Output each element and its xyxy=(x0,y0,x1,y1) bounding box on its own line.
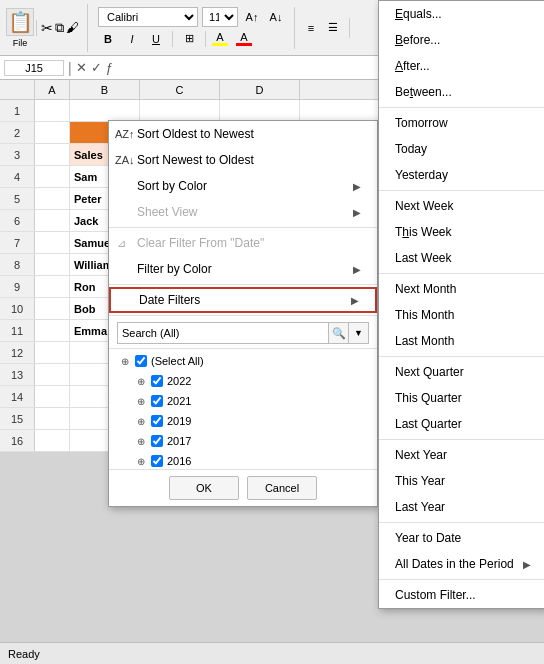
before-item[interactable]: Before... xyxy=(379,27,544,53)
decrease-font-button[interactable]: A↓ xyxy=(266,7,286,27)
expand-2022[interactable]: ⊕ xyxy=(137,376,145,387)
align-left-button[interactable]: ≡ xyxy=(301,18,321,38)
list-item[interactable]: ⊕ 2021 xyxy=(117,391,369,411)
sort-by-color-item[interactable]: Sort by Color ▶ xyxy=(109,173,377,199)
font-color-button[interactable]: A xyxy=(236,31,252,46)
ok-button[interactable]: OK xyxy=(169,476,239,500)
cancel-button[interactable]: Cancel xyxy=(247,476,317,500)
cell-11a[interactable] xyxy=(35,320,70,341)
list-item[interactable]: ⊕ 2022 xyxy=(117,371,369,391)
sort-newest-item[interactable]: ZA↓ Sort Newest to Oldest xyxy=(109,147,377,173)
this-week-item[interactable]: This Week xyxy=(379,219,544,245)
filter-by-color-item[interactable]: Filter by Color ▶ xyxy=(109,256,377,282)
last-year-item[interactable]: Last Year xyxy=(379,494,544,520)
this-month-item[interactable]: This Month xyxy=(379,302,544,328)
italic-button[interactable]: I xyxy=(122,29,142,49)
cell-9a[interactable] xyxy=(35,276,70,297)
yesterday-label: Yesterday xyxy=(395,168,448,182)
expand-formula-icon[interactable]: ✕ xyxy=(76,60,87,75)
confirm-formula-icon[interactable]: ✓ xyxy=(91,60,102,75)
increase-font-button[interactable]: A↑ xyxy=(242,7,262,27)
cell-3a[interactable] xyxy=(35,144,70,165)
cell-2a[interactable] xyxy=(35,122,70,143)
list-item[interactable]: ⊕ 2019 xyxy=(117,411,369,431)
cell-1c[interactable] xyxy=(140,100,220,121)
year-2017-checkbox[interactable] xyxy=(151,435,163,447)
font-name-selector[interactable]: Calibri xyxy=(98,7,198,27)
search-button[interactable]: 🔍 xyxy=(329,322,349,344)
sort-oldest-label: Sort Oldest to Newest xyxy=(137,127,254,141)
cell-14a[interactable] xyxy=(35,386,70,407)
next-quarter-item[interactable]: Next Quarter xyxy=(379,359,544,385)
underline-button[interactable]: U xyxy=(146,29,166,49)
after-item[interactable]: After... xyxy=(379,53,544,79)
cell-7a[interactable] xyxy=(35,232,70,253)
between-item[interactable]: Between... xyxy=(379,79,544,105)
row-number: 13 xyxy=(0,364,35,385)
all-dates-arrow: ▶ xyxy=(523,559,531,570)
cell-13a[interactable] xyxy=(35,364,70,385)
year-2016-checkbox[interactable] xyxy=(151,455,163,467)
this-year-item[interactable]: This Year xyxy=(379,468,544,494)
submenu-separator-2 xyxy=(379,190,544,191)
font-size-selector[interactable]: 11 xyxy=(202,7,238,27)
paste-button[interactable]: 📋 xyxy=(6,8,34,36)
cell-10a[interactable] xyxy=(35,298,70,319)
list-item[interactable]: ⊕ 2017 xyxy=(117,431,369,451)
search-dropdown-button[interactable]: ▼ xyxy=(349,322,369,344)
year-to-date-item[interactable]: Year to Date xyxy=(379,525,544,551)
expand-2017[interactable]: ⊕ xyxy=(137,436,145,447)
next-month-item[interactable]: Next Month xyxy=(379,276,544,302)
cell-8a[interactable] xyxy=(35,254,70,275)
today-item[interactable]: Today xyxy=(379,136,544,162)
sort-oldest-item[interactable]: AZ↑ Sort Oldest to Newest xyxy=(109,121,377,147)
format-painter-icon[interactable]: 🖌 xyxy=(66,20,79,35)
cell-1b[interactable] xyxy=(70,100,140,121)
tomorrow-item[interactable]: Tomorrow xyxy=(379,110,544,136)
borders-button[interactable]: ⊞ xyxy=(179,29,199,49)
yesterday-item[interactable]: Yesterday xyxy=(379,162,544,188)
cell-1d[interactable] xyxy=(220,100,300,121)
align-center-button[interactable]: ☰ xyxy=(323,18,343,38)
expand-select-all[interactable]: ⊕ xyxy=(121,356,129,367)
last-quarter-item[interactable]: Last Quarter xyxy=(379,411,544,437)
cell-15a[interactable] xyxy=(35,408,70,429)
cell-1a[interactable] xyxy=(35,100,70,121)
clear-filter-item[interactable]: ⊿ Clear Filter From "Date" xyxy=(109,230,377,256)
expand-2021[interactable]: ⊕ xyxy=(137,396,145,407)
today-label: Today xyxy=(395,142,427,156)
year-2021-checkbox[interactable] xyxy=(151,395,163,407)
select-all-checkbox[interactable] xyxy=(135,355,147,367)
expand-2019[interactable]: ⊕ xyxy=(137,416,145,427)
list-item[interactable]: ⊕ 2016 xyxy=(117,451,369,469)
insert-function-icon[interactable]: ƒ xyxy=(106,60,113,75)
copy-icon[interactable]: ⧉ xyxy=(55,20,64,36)
next-week-item[interactable]: Next Week xyxy=(379,193,544,219)
submenu-separator-6 xyxy=(379,522,544,523)
year-2022-checkbox[interactable] xyxy=(151,375,163,387)
this-quarter-item[interactable]: This Quarter xyxy=(379,385,544,411)
all-dates-item[interactable]: All Dates in the Period ▶ xyxy=(379,551,544,577)
next-year-item[interactable]: Next Year xyxy=(379,442,544,468)
cell-16a[interactable] xyxy=(35,430,70,451)
last-week-item[interactable]: Last Week xyxy=(379,245,544,271)
highlight-color-button[interactable]: A xyxy=(212,31,228,46)
sort-by-color-label: Sort by Color xyxy=(137,179,207,193)
equals-item[interactable]: Equals... xyxy=(379,1,544,27)
cell-4a[interactable] xyxy=(35,166,70,187)
last-month-item[interactable]: Last Month xyxy=(379,328,544,354)
this-quarter-label: This Quarter xyxy=(395,391,462,405)
date-filters-item[interactable]: Date Filters ▶ xyxy=(109,287,377,313)
cell-reference-box[interactable]: J15 xyxy=(4,60,64,76)
sheet-view-item[interactable]: Sheet View ▶ xyxy=(109,199,377,225)
year-2019-checkbox[interactable] xyxy=(151,415,163,427)
custom-filter-item[interactable]: Custom Filter... xyxy=(379,582,544,608)
bold-button[interactable]: B xyxy=(98,29,118,49)
scissors-icon[interactable]: ✂ xyxy=(41,20,53,36)
list-item[interactable]: ⊕ (Select All) xyxy=(117,351,369,371)
cell-5a[interactable] xyxy=(35,188,70,209)
expand-2016[interactable]: ⊕ xyxy=(137,456,145,467)
search-input[interactable] xyxy=(117,322,329,344)
cell-12a[interactable] xyxy=(35,342,70,363)
cell-6a[interactable] xyxy=(35,210,70,231)
